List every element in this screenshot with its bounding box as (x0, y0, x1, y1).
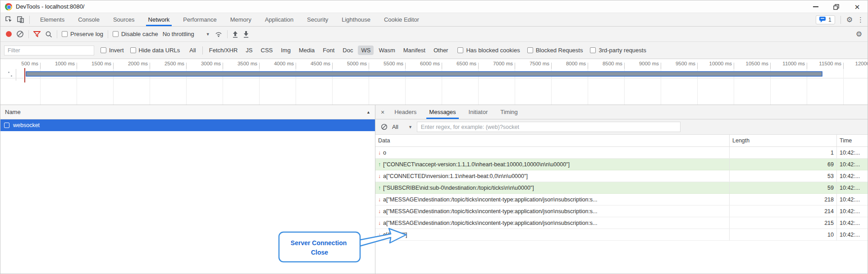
clear-network-log-icon[interactable] (16, 30, 24, 38)
column-header-time[interactable]: Time (837, 135, 868, 146)
network-settings-gear-icon[interactable]: ⚙ (856, 31, 862, 38)
message-regex-input[interactable] (417, 122, 681, 132)
pill-img[interactable]: Img (278, 46, 294, 55)
pill-css[interactable]: CSS (258, 46, 276, 55)
pill-font[interactable]: Font (320, 46, 338, 55)
ruler-tick (515, 63, 515, 69)
checkbox-label: Blocked Requests (536, 47, 583, 54)
more-options-kebab-icon[interactable]: ⋮ (857, 16, 864, 23)
ruler-tick-label: 7000 ms (480, 61, 513, 66)
network-overview-strip[interactable]: 500 ms1000 ms1500 ms2000 ms2500 ms3000 m… (0, 59, 868, 105)
filter-input[interactable] (4, 46, 94, 55)
name-column-header[interactable]: Name ▲ (0, 105, 375, 119)
pill-other[interactable]: Other (430, 46, 452, 55)
tab-memory[interactable]: Memory (224, 13, 258, 26)
message-data: ["CONNECT\naccept-version:1.1,1.0\nheart… (383, 161, 570, 168)
request-row-websocket[interactable]: websocket (0, 119, 375, 131)
devtools-tab-bar: ElementsConsoleSourcesNetworkPerformance… (0, 13, 868, 27)
hide-data-urls-checkbox[interactable]: Hide data URLs (130, 47, 180, 54)
tab-network[interactable]: Network (142, 13, 177, 26)
message-row[interactable]: ↓a["MESSAGE\ndestination:/topic/ticks\nc… (375, 206, 868, 217)
messages-filter-row: All ▼ (375, 119, 868, 135)
pill-ws[interactable]: WS (358, 46, 374, 55)
tab-security[interactable]: Security (300, 13, 335, 26)
inspect-element-icon[interactable] (4, 15, 13, 24)
close-details-icon[interactable]: × (380, 109, 388, 116)
message-row[interactable]: ↑["CONNECT\naccept-version:1.1,1.0\nhear… (375, 159, 868, 170)
message-length: 215 (730, 217, 837, 228)
search-icon[interactable] (45, 31, 52, 38)
3rd-party-requests-checkbox[interactable]: 3rd-party requests (590, 47, 646, 54)
settings-gear-icon[interactable]: ⚙ (846, 16, 853, 23)
message-type-select[interactable]: All ▼ (392, 124, 412, 130)
checkbox (101, 47, 106, 53)
has-blocked-cookies-checkbox[interactable]: Has blocked cookies (457, 47, 520, 54)
blocked-requests-checkbox[interactable]: Blocked Requests (527, 47, 583, 54)
import-har-icon[interactable] (232, 31, 238, 38)
ruler-tick (296, 63, 296, 69)
message-row[interactable]: ↓a["MESSAGE\ndestination:/topic/ticks\nc… (375, 194, 868, 206)
preserve-log-label: Preserve log (70, 31, 103, 37)
tab-performance[interactable]: Performance (176, 13, 223, 26)
message-row[interactable]: ↓a["MESSAGE\ndestination:/topic/ticks\nc… (375, 217, 868, 229)
maximize-button[interactable] (826, 0, 847, 13)
ruler-tick-label: 11500 ms (809, 61, 841, 66)
pill-wasm[interactable]: Wasm (375, 46, 398, 55)
export-har-icon[interactable] (243, 31, 249, 38)
ruler-tick-label: 8000 ms (553, 61, 586, 66)
issues-badge[interactable]: 1 (816, 15, 835, 24)
checkbox-label: Has blocked cookies (466, 47, 520, 54)
pill-all[interactable]: All (186, 46, 199, 55)
hide-data-urls-label: Hide data URLs (139, 47, 180, 54)
request-checkbox[interactable] (4, 123, 9, 128)
message-row[interactable]: ↓c[1001,""]1010:42:... (375, 229, 868, 241)
invert-checkbox[interactable]: Invert (101, 47, 124, 54)
message-row[interactable]: ↑["SUBSCRIBE\nid:sub-0\ndestination:/top… (375, 182, 868, 194)
filter-funnel-icon[interactable] (33, 31, 41, 37)
websocket-overview-bar[interactable] (26, 71, 822, 77)
record-network-log-button[interactable] (6, 31, 12, 37)
pill-fetch-xhr[interactable]: Fetch/XHR (206, 46, 241, 55)
tab-lighthouse[interactable]: Lighthouse (335, 13, 377, 26)
details-tab-timing[interactable]: Timing (494, 105, 524, 119)
checkbox (113, 31, 119, 37)
tab-cookie-editor[interactable]: Cookie Editor (377, 13, 426, 26)
tab-application[interactable]: Application (258, 13, 301, 26)
ruler-tick (661, 63, 661, 69)
minimize-button[interactable] (805, 0, 826, 13)
pill-manifest[interactable]: Manifest (400, 46, 429, 55)
pill-doc[interactable]: Doc (339, 46, 356, 55)
column-header-length[interactable]: Length (730, 135, 837, 146)
device-toolbar-icon[interactable] (16, 15, 25, 24)
ruler-tick-label: 6500 ms (444, 61, 476, 66)
details-tab-messages[interactable]: Messages (423, 105, 462, 119)
message-row[interactable]: ↓o110:42:... (375, 147, 868, 159)
close-button[interactable]: ✕ (847, 0, 868, 13)
messages-table-header: Data Length Time (375, 135, 868, 147)
network-conditions-icon[interactable] (215, 31, 223, 37)
message-row[interactable]: ↓a["CONNECTED\nversion:1.1\nheart-beat:0… (375, 170, 868, 182)
block-messages-icon[interactable] (381, 123, 388, 130)
tab-elements[interactable]: Elements (33, 13, 71, 26)
disable-cache-checkbox[interactable]: Disable cache (113, 31, 158, 37)
ruler-tick-label: 9000 ms (626, 61, 659, 66)
throttling-select[interactable]: No throttling ▼ (163, 31, 210, 37)
column-header-data[interactable]: Data (375, 135, 730, 146)
ruler-tick-label: 10500 ms (736, 61, 768, 66)
devtools-window: DevTools - localhost:8080/ ✕ ElementsCon… (0, 0, 868, 274)
pill-media[interactable]: Media (296, 46, 318, 55)
callout-arrow (358, 228, 406, 247)
message-type-value: All (392, 124, 398, 130)
tab-console[interactable]: Console (71, 13, 106, 26)
chevron-down-icon: ▼ (206, 32, 210, 37)
pill-js[interactable]: JS (242, 46, 256, 55)
message-length: 10 (730, 229, 837, 240)
tab-sources[interactable]: Sources (106, 13, 142, 26)
callout-bubble (279, 232, 360, 262)
ruler-tick-label: 1500 ms (79, 61, 111, 66)
preserve-log-checkbox[interactable]: Preserve log (62, 31, 103, 37)
ruler-tick-label: 3500 ms (225, 61, 257, 66)
details-tab-headers[interactable]: Headers (388, 105, 423, 119)
details-tab-initiator[interactable]: Initiator (462, 105, 494, 119)
ruler-tick (551, 63, 552, 69)
